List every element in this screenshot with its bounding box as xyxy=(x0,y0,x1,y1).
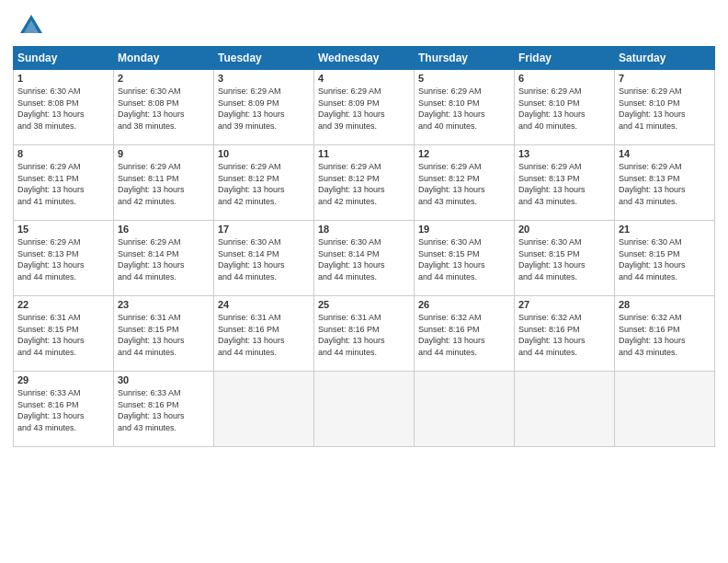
day-info: Sunrise: 6:29 AM Sunset: 8:12 PM Dayligh… xyxy=(218,161,310,207)
calendar-cell: 11 Sunrise: 6:29 AM Sunset: 8:12 PM Dayl… xyxy=(314,145,415,221)
day-number: 22 xyxy=(17,299,109,310)
day-info: Sunrise: 6:29 AM Sunset: 8:11 PM Dayligh… xyxy=(17,161,109,207)
day-number: 13 xyxy=(518,148,610,159)
calendar-cell: 15 Sunrise: 6:29 AM Sunset: 8:13 PM Dayl… xyxy=(14,221,114,296)
calendar-cell: 25 Sunrise: 6:31 AM Sunset: 8:16 PM Dayl… xyxy=(314,296,415,372)
day-info: Sunrise: 6:31 AM Sunset: 8:16 PM Dayligh… xyxy=(218,312,310,358)
calendar-week-row: 8 Sunrise: 6:29 AM Sunset: 8:11 PM Dayli… xyxy=(14,145,715,221)
day-number: 26 xyxy=(418,299,510,310)
day-info: Sunrise: 6:29 AM Sunset: 8:13 PM Dayligh… xyxy=(619,161,711,207)
calendar-cell: 2 Sunrise: 6:30 AM Sunset: 8:08 PM Dayli… xyxy=(114,70,214,145)
calendar-cell: 20 Sunrise: 6:30 AM Sunset: 8:15 PM Dayl… xyxy=(515,221,615,296)
day-info: Sunrise: 6:31 AM Sunset: 8:16 PM Dayligh… xyxy=(318,312,410,358)
calendar-cell xyxy=(314,372,415,447)
day-info: Sunrise: 6:33 AM Sunset: 8:16 PM Dayligh… xyxy=(118,387,210,433)
calendar-cell: 22 Sunrise: 6:31 AM Sunset: 8:15 PM Dayl… xyxy=(14,296,114,372)
calendar-cell: 12 Sunrise: 6:29 AM Sunset: 8:12 PM Dayl… xyxy=(415,145,515,221)
calendar-cell xyxy=(214,372,314,447)
day-info: Sunrise: 6:29 AM Sunset: 8:10 PM Dayligh… xyxy=(418,86,510,132)
header-sunday: Sunday xyxy=(14,47,114,70)
day-info: Sunrise: 6:30 AM Sunset: 8:14 PM Dayligh… xyxy=(318,236,410,282)
day-number: 24 xyxy=(218,299,310,310)
logo xyxy=(18,13,48,39)
day-number: 21 xyxy=(619,224,711,235)
day-info: Sunrise: 6:31 AM Sunset: 8:15 PM Dayligh… xyxy=(118,312,210,358)
calendar-table: Sunday Monday Tuesday Wednesday Thursday… xyxy=(13,46,715,447)
calendar-cell: 9 Sunrise: 6:29 AM Sunset: 8:11 PM Dayli… xyxy=(114,145,214,221)
calendar-cell: 26 Sunrise: 6:32 AM Sunset: 8:16 PM Dayl… xyxy=(415,296,515,372)
calendar-cell: 7 Sunrise: 6:29 AM Sunset: 8:10 PM Dayli… xyxy=(615,70,715,145)
day-number: 1 xyxy=(17,73,109,84)
calendar-cell xyxy=(415,372,515,447)
calendar-week-row: 29 Sunrise: 6:33 AM Sunset: 8:16 PM Dayl… xyxy=(14,372,715,447)
day-info: Sunrise: 6:29 AM Sunset: 8:11 PM Dayligh… xyxy=(118,161,210,207)
day-number: 11 xyxy=(318,148,410,159)
day-info: Sunrise: 6:29 AM Sunset: 8:13 PM Dayligh… xyxy=(17,236,109,282)
calendar-cell: 29 Sunrise: 6:33 AM Sunset: 8:16 PM Dayl… xyxy=(14,372,114,447)
calendar-cell: 27 Sunrise: 6:32 AM Sunset: 8:16 PM Dayl… xyxy=(515,296,615,372)
day-info: Sunrise: 6:29 AM Sunset: 8:12 PM Dayligh… xyxy=(418,161,510,207)
day-info: Sunrise: 6:33 AM Sunset: 8:16 PM Dayligh… xyxy=(17,387,109,433)
day-number: 15 xyxy=(17,224,109,235)
day-info: Sunrise: 6:30 AM Sunset: 8:08 PM Dayligh… xyxy=(17,86,109,132)
day-number: 8 xyxy=(17,148,109,159)
day-info: Sunrise: 6:30 AM Sunset: 8:15 PM Dayligh… xyxy=(418,236,510,282)
day-number: 23 xyxy=(118,299,210,310)
day-number: 10 xyxy=(218,148,310,159)
header-thursday: Thursday xyxy=(415,47,515,70)
calendar-cell: 4 Sunrise: 6:29 AM Sunset: 8:09 PM Dayli… xyxy=(314,70,415,145)
calendar-cell: 30 Sunrise: 6:33 AM Sunset: 8:16 PM Dayl… xyxy=(114,372,214,447)
calendar-cell xyxy=(615,372,715,447)
day-info: Sunrise: 6:32 AM Sunset: 8:16 PM Dayligh… xyxy=(518,312,610,358)
day-info: Sunrise: 6:32 AM Sunset: 8:16 PM Dayligh… xyxy=(418,312,510,358)
calendar-cell: 23 Sunrise: 6:31 AM Sunset: 8:15 PM Dayl… xyxy=(114,296,214,372)
day-number: 28 xyxy=(619,299,711,310)
calendar-week-row: 1 Sunrise: 6:30 AM Sunset: 8:08 PM Dayli… xyxy=(14,70,715,145)
day-number: 18 xyxy=(318,224,410,235)
header-wednesday: Wednesday xyxy=(314,47,415,70)
day-number: 20 xyxy=(518,224,610,235)
day-number: 25 xyxy=(318,299,410,310)
day-number: 5 xyxy=(418,73,510,84)
day-number: 29 xyxy=(17,374,109,385)
day-info: Sunrise: 6:29 AM Sunset: 8:10 PM Dayligh… xyxy=(518,86,610,132)
calendar-cell: 21 Sunrise: 6:30 AM Sunset: 8:15 PM Dayl… xyxy=(615,221,715,296)
calendar-cell: 10 Sunrise: 6:29 AM Sunset: 8:12 PM Dayl… xyxy=(214,145,314,221)
calendar-cell: 6 Sunrise: 6:29 AM Sunset: 8:10 PM Dayli… xyxy=(515,70,615,145)
day-info: Sunrise: 6:29 AM Sunset: 8:09 PM Dayligh… xyxy=(318,86,410,132)
calendar-wrapper: Sunday Monday Tuesday Wednesday Thursday… xyxy=(0,46,728,456)
calendar-week-row: 22 Sunrise: 6:31 AM Sunset: 8:15 PM Dayl… xyxy=(14,296,715,372)
day-number: 6 xyxy=(518,73,610,84)
calendar-cell: 18 Sunrise: 6:30 AM Sunset: 8:14 PM Dayl… xyxy=(314,221,415,296)
day-info: Sunrise: 6:29 AM Sunset: 8:09 PM Dayligh… xyxy=(218,86,310,132)
day-info: Sunrise: 6:29 AM Sunset: 8:14 PM Dayligh… xyxy=(118,236,210,282)
calendar-cell: 14 Sunrise: 6:29 AM Sunset: 8:13 PM Dayl… xyxy=(615,145,715,221)
calendar-header-row: Sunday Monday Tuesday Wednesday Thursday… xyxy=(14,47,715,70)
calendar-cell: 28 Sunrise: 6:32 AM Sunset: 8:16 PM Dayl… xyxy=(615,296,715,372)
day-number: 7 xyxy=(619,73,711,84)
calendar-cell xyxy=(515,372,615,447)
header-monday: Monday xyxy=(114,47,214,70)
header-saturday: Saturday xyxy=(615,47,715,70)
day-info: Sunrise: 6:30 AM Sunset: 8:14 PM Dayligh… xyxy=(218,236,310,282)
day-number: 27 xyxy=(518,299,610,310)
day-number: 14 xyxy=(619,148,711,159)
day-info: Sunrise: 6:30 AM Sunset: 8:15 PM Dayligh… xyxy=(619,236,711,282)
day-info: Sunrise: 6:30 AM Sunset: 8:15 PM Dayligh… xyxy=(518,236,610,282)
day-info: Sunrise: 6:29 AM Sunset: 8:10 PM Dayligh… xyxy=(619,86,711,132)
day-number: 2 xyxy=(118,73,210,84)
day-info: Sunrise: 6:30 AM Sunset: 8:08 PM Dayligh… xyxy=(118,86,210,132)
day-info: Sunrise: 6:31 AM Sunset: 8:15 PM Dayligh… xyxy=(17,312,109,358)
calendar-cell: 13 Sunrise: 6:29 AM Sunset: 8:13 PM Dayl… xyxy=(515,145,615,221)
calendar-cell: 5 Sunrise: 6:29 AM Sunset: 8:10 PM Dayli… xyxy=(415,70,515,145)
day-number: 3 xyxy=(218,73,310,84)
calendar-cell: 17 Sunrise: 6:30 AM Sunset: 8:14 PM Dayl… xyxy=(214,221,314,296)
calendar-cell: 19 Sunrise: 6:30 AM Sunset: 8:15 PM Dayl… xyxy=(415,221,515,296)
day-info: Sunrise: 6:29 AM Sunset: 8:12 PM Dayligh… xyxy=(318,161,410,207)
day-number: 30 xyxy=(118,374,210,385)
calendar-cell: 3 Sunrise: 6:29 AM Sunset: 8:09 PM Dayli… xyxy=(214,70,314,145)
day-number: 4 xyxy=(318,73,410,84)
header xyxy=(0,0,728,46)
header-friday: Friday xyxy=(515,47,615,70)
calendar-week-row: 15 Sunrise: 6:29 AM Sunset: 8:13 PM Dayl… xyxy=(14,221,715,296)
